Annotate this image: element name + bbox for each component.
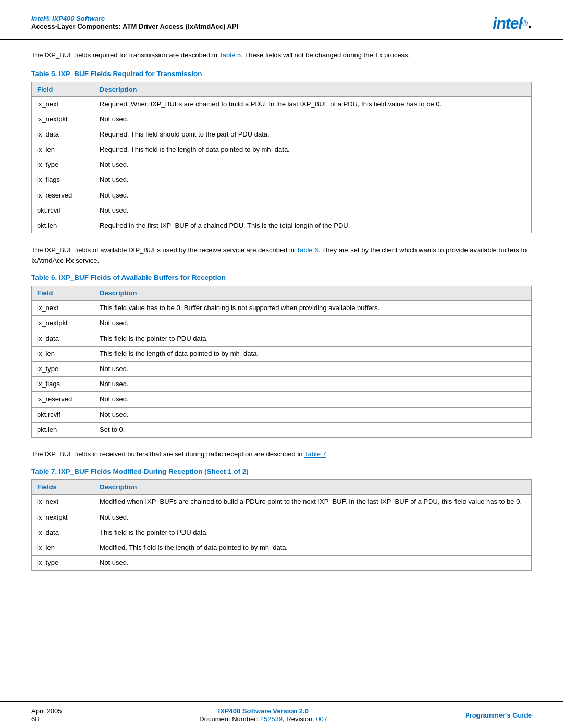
table-row: ix_nextModified when IXP_BUFs are chaine… bbox=[32, 495, 532, 510]
field-cell: ix_data bbox=[32, 127, 94, 142]
table-row: ix_nextRequired. When IXP_BUFs are chain… bbox=[32, 96, 532, 112]
desc-cell: Not used. bbox=[94, 203, 532, 218]
field-cell: ix_next bbox=[32, 301, 94, 316]
table-row: ix_nextpktNot used. bbox=[32, 510, 532, 525]
field-cell: pkt.rcvif bbox=[32, 407, 94, 422]
table5: Field Description ix_nextRequired. When … bbox=[31, 82, 532, 234]
field-cell: ix_type bbox=[32, 556, 94, 571]
page-footer: April 2005 68 IXP400 Software Version 2.… bbox=[0, 701, 563, 728]
desc-cell: Required in the first IXP_BUF of a chain… bbox=[94, 218, 532, 233]
footer-doc-number-link[interactable]: 252539 bbox=[260, 715, 283, 723]
between-text2-after: . bbox=[326, 450, 328, 458]
table5-link[interactable]: Table 5 bbox=[219, 51, 241, 59]
table-row: ix_lenRequired. This field is the length… bbox=[32, 142, 532, 157]
between-text1-before: The IXP_BUF fields of available IXP_BUFs… bbox=[31, 246, 296, 254]
intro-paragraph-1: The IXP_BUF fields required for transmis… bbox=[31, 50, 532, 60]
table5-col2-header: Description bbox=[94, 82, 532, 96]
table7-link[interactable]: Table 7 bbox=[304, 450, 326, 458]
footer-doc-text-middle: , Revision: bbox=[283, 715, 316, 723]
desc-cell: This field value has to be 0. Buffer cha… bbox=[94, 301, 532, 316]
table5-col1-header: Field bbox=[32, 82, 94, 96]
table-row: ix_dataRequired. This field should point… bbox=[32, 127, 532, 142]
intro-text-after: . These fields will not be changed durin… bbox=[241, 51, 410, 59]
desc-cell: Not used. bbox=[94, 556, 532, 571]
between-paragraph-2: The IXP_BUF fields in received buffers t… bbox=[31, 449, 532, 460]
field-cell: ix_type bbox=[32, 361, 94, 376]
field-cell: ix_type bbox=[32, 157, 94, 172]
desc-cell: Not used. bbox=[94, 188, 532, 203]
table6-col1-header: Field bbox=[32, 286, 94, 301]
desc-cell: Not used. bbox=[94, 510, 532, 525]
table-row: pkt.lenSet to 0. bbox=[32, 422, 532, 437]
field-cell: ix_next bbox=[32, 495, 94, 510]
table6-link[interactable]: Table 6 bbox=[296, 246, 318, 254]
field-cell: pkt.len bbox=[32, 422, 94, 437]
table-row: ix_flagsNot used. bbox=[32, 172, 532, 188]
table-row: ix_dataThis field is the pointer to PDU … bbox=[32, 525, 532, 540]
table7-col1-header: Fields bbox=[32, 480, 94, 495]
table7-col2-header: Description bbox=[94, 480, 532, 495]
table6-section: Table 6. IXP_BUF Fields of Available Buf… bbox=[31, 274, 532, 438]
field-cell: ix_flags bbox=[32, 172, 94, 188]
field-cell: ix_flags bbox=[32, 377, 94, 392]
footer-revision-link[interactable]: 007 bbox=[316, 715, 327, 723]
desc-cell: Not used. bbox=[94, 392, 532, 407]
intel-logo-period: . bbox=[528, 15, 532, 32]
desc-cell: Not used. bbox=[94, 112, 532, 127]
footer-date: April 2005 bbox=[31, 707, 62, 715]
field-cell: ix_len bbox=[32, 540, 94, 555]
desc-cell: Modified when IXP_BUFs are chained to bu… bbox=[94, 495, 532, 510]
table-row: ix_nextpktNot used. bbox=[32, 316, 532, 331]
table-row: ix_typeNot used. bbox=[32, 361, 532, 376]
table-row: ix_nextThis field value has to be 0. Buf… bbox=[32, 301, 532, 316]
field-cell: ix_data bbox=[32, 331, 94, 346]
desc-cell: This field is the length of data pointed… bbox=[94, 346, 532, 361]
table7-section: Table 7. IXP_BUF Fields Modified During … bbox=[31, 467, 532, 571]
field-cell: ix_len bbox=[32, 346, 94, 361]
doc-subtitle: Access-Layer Components: ATM Driver Acce… bbox=[31, 22, 238, 30]
desc-cell: Not used. bbox=[94, 172, 532, 188]
field-cell: ix_nextpkt bbox=[32, 510, 94, 525]
intel-logo-registered: ® bbox=[522, 19, 528, 28]
footer-right: Programmer's Guide bbox=[465, 711, 532, 719]
header-right: intel®. bbox=[493, 15, 532, 32]
field-cell: ix_nextpkt bbox=[32, 112, 94, 127]
page: Intel® IXP400 Software Access-Layer Comp… bbox=[0, 0, 563, 728]
footer-doc-text-before: Document Number: bbox=[199, 715, 260, 723]
table-row: pkt.rcvifNot used. bbox=[32, 407, 532, 422]
desc-cell: This field is the pointer to PDU data. bbox=[94, 331, 532, 346]
footer-left: April 2005 68 bbox=[31, 707, 62, 723]
table-row: pkt.lenRequired in the first IXP_BUF of … bbox=[32, 218, 532, 233]
table6-header-row: Field Description bbox=[32, 286, 532, 301]
field-cell: pkt.rcvif bbox=[32, 203, 94, 218]
desc-cell: Not used. bbox=[94, 157, 532, 172]
table6-title: Table 6. IXP_BUF Fields of Available Buf… bbox=[31, 274, 532, 281]
desc-cell: Not used. bbox=[94, 361, 532, 376]
intro-text-before: The IXP_BUF fields required for transmis… bbox=[31, 51, 219, 59]
field-cell: ix_len bbox=[32, 142, 94, 157]
table7-header-row: Fields Description bbox=[32, 480, 532, 495]
field-cell: ix_reserved bbox=[32, 188, 94, 203]
table-row: ix_typeNot used. bbox=[32, 157, 532, 172]
table-row: ix_lenThis field is the length of data p… bbox=[32, 346, 532, 361]
table5-header-row: Field Description bbox=[32, 82, 532, 96]
desc-cell: Required. When IXP_BUFs are chained to b… bbox=[94, 96, 532, 112]
table6-col2-header: Description bbox=[94, 286, 532, 301]
table-row: ix_flagsNot used. bbox=[32, 377, 532, 392]
footer-guide-title: Programmer's Guide bbox=[465, 711, 532, 719]
table5-section: Table 5. IXP_BUF Fields Required for Tra… bbox=[31, 70, 532, 234]
field-cell: pkt.len bbox=[32, 218, 94, 233]
footer-page-number: 68 bbox=[31, 715, 62, 723]
footer-center-title: IXP400 Software Version 2.0 bbox=[199, 707, 327, 715]
table-row: ix_reservedNot used. bbox=[32, 392, 532, 407]
footer-doc-number: Document Number: 252539, Revision: 007 bbox=[199, 715, 327, 723]
between-paragraph-1: The IXP_BUF fields of available IXP_BUFs… bbox=[31, 245, 532, 265]
desc-cell: Not used. bbox=[94, 377, 532, 392]
table5-title: Table 5. IXP_BUF Fields Required for Tra… bbox=[31, 70, 532, 78]
field-cell: ix_reserved bbox=[32, 392, 94, 407]
table6: Field Description ix_nextThis field valu… bbox=[31, 286, 532, 438]
header-left: Intel® IXP400 Software Access-Layer Comp… bbox=[31, 15, 238, 30]
table-row: ix_typeNot used. bbox=[32, 556, 532, 571]
between-text2-before: The IXP_BUF fields in received buffers t… bbox=[31, 450, 304, 458]
field-cell: ix_next bbox=[32, 96, 94, 112]
